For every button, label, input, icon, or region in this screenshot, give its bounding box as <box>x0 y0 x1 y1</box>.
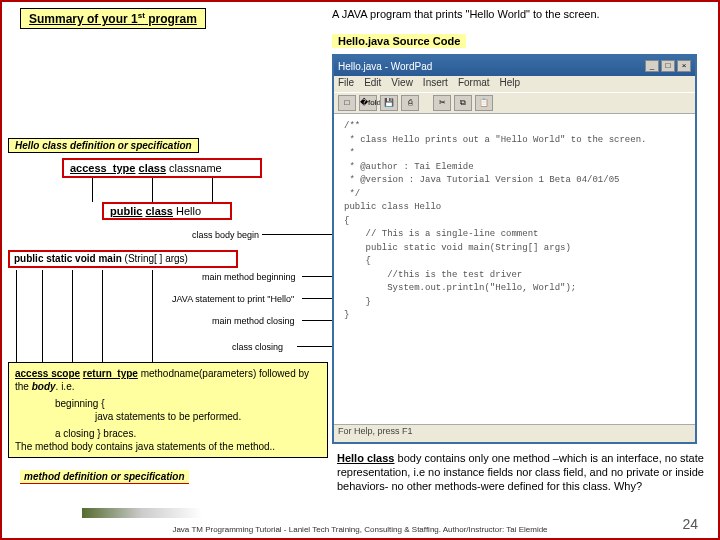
slide: Summary of your 1st program A JAVA progr… <box>0 0 720 540</box>
minimize-button[interactable]: _ <box>645 60 659 72</box>
class-def-label: Hello class definition or specification <box>8 138 199 153</box>
title-box: Summary of your 1st program <box>20 8 206 29</box>
new-icon[interactable]: □ <box>338 95 356 111</box>
main-begin-label: main method beginning <box>202 272 296 282</box>
maximize-button[interactable]: □ <box>661 60 675 72</box>
subtitle: A JAVA program that prints "Hello World"… <box>332 8 600 20</box>
source-code-label: Hello.java Source Code <box>332 34 466 48</box>
class-close-label: class closing <box>232 342 283 352</box>
connector-line <box>212 178 213 202</box>
method-syntax-note: The method body contains java statements… <box>15 440 321 453</box>
footer-gradient <box>82 508 202 518</box>
main-sig-box: public static void main (String[ ] args) <box>8 250 238 268</box>
connector-line <box>102 270 103 365</box>
explanation-text: Hello class body contains only one metho… <box>337 452 707 493</box>
connector-line <box>16 270 17 365</box>
method-syntax-closing: a closing } braces. <box>55 427 321 440</box>
wordpad-menubar: FileEditViewInsertFormatHelp <box>334 76 695 92</box>
class-kw: class <box>139 162 167 174</box>
connector-line <box>152 178 153 202</box>
main-close-label: main method closing <box>212 316 295 326</box>
connector-line <box>72 270 73 365</box>
menu-help[interactable]: Help <box>500 77 521 88</box>
print-icon[interactable]: ⎙ <box>401 95 419 111</box>
menu-view[interactable]: View <box>391 77 413 88</box>
menu-format[interactable]: Format <box>458 77 490 88</box>
method-syntax-stmt: java statements to be performed. <box>95 410 321 423</box>
wordpad-title: Hello.java - WordPad <box>338 61 432 72</box>
wordpad-toolbar: □ �folder 💾 ⎙ ✂ ⧉ 📋 <box>334 92 695 114</box>
java-stmt-label: JAVA statement to print "Hello" <box>172 294 294 304</box>
method-syntax-box: access scope return_type methodname(para… <box>8 362 328 458</box>
connector-line <box>262 234 332 235</box>
connector-line <box>152 270 153 365</box>
copy-icon[interactable]: ⧉ <box>454 95 472 111</box>
connector-line <box>92 178 93 202</box>
access-type-kw: access_type <box>70 162 135 174</box>
connector-line <box>297 346 332 347</box>
connector-line <box>42 270 43 365</box>
public-class-box: public class Hello <box>102 202 232 220</box>
method-syntax-line1: access scope return_type methodname(para… <box>15 367 321 393</box>
connector-line <box>302 298 332 299</box>
save-icon[interactable]: 💾 <box>380 95 398 111</box>
class-body-begin-label: class body begin <box>192 230 259 240</box>
cut-icon[interactable]: ✂ <box>433 95 451 111</box>
method-def-label: method definition or specification <box>20 470 189 484</box>
open-icon[interactable]: �folder <box>359 95 377 111</box>
method-syntax-beginning: beginning { <box>55 397 321 410</box>
footer-text: Java TM Programming Tutorial - Laniel Te… <box>2 525 718 534</box>
menu-insert[interactable]: Insert <box>423 77 448 88</box>
access-class-box: access_type class classname <box>62 158 262 178</box>
close-button[interactable]: × <box>677 60 691 72</box>
paste-icon[interactable]: 📋 <box>475 95 493 111</box>
wordpad-statusbar: For Help, press F1 <box>334 424 695 440</box>
title-text: Summary of your 1st program <box>29 12 197 26</box>
connector-line <box>302 320 332 321</box>
menu-edit[interactable]: Edit <box>364 77 381 88</box>
wordpad-window: Hello.java - WordPad _ □ × FileEditViewI… <box>332 54 697 444</box>
wordpad-body: /** * class Hello prints out a "Hello Wo… <box>334 114 695 424</box>
classname-text: classname <box>169 162 222 174</box>
wordpad-titlebar: Hello.java - WordPad _ □ × <box>334 56 695 76</box>
menu-file[interactable]: File <box>338 77 354 88</box>
connector-line <box>302 276 332 277</box>
page-number: 24 <box>682 516 698 532</box>
